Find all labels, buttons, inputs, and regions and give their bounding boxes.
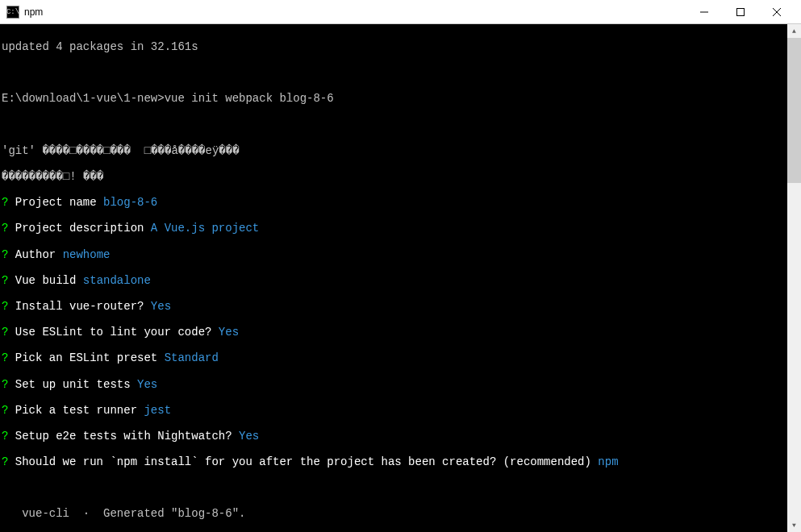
prompt-q11: ? Should we run `npm install` for you af… <box>2 455 786 468</box>
scroll-thumb[interactable] <box>787 38 801 183</box>
scroll-track[interactable] <box>787 38 801 518</box>
output-line: updated 4 packages in 32.161s <box>2 40 786 53</box>
cmd-icon: C:\ <box>6 6 19 19</box>
prompt-line: E:\download\1-vue\1-new>vue init webpack… <box>2 92 786 105</box>
prompt-q10: ? Setup e2e tests with Nightwatch? Yes <box>2 430 786 443</box>
maximize-button[interactable] <box>722 0 758 24</box>
prompt-q5: ? Install vue-router? Yes <box>2 300 786 313</box>
close-button[interactable] <box>758 0 795 24</box>
prompt-q6: ? Use ESLint to lint your code? Yes <box>2 326 786 339</box>
title-bar: C:\ npm <box>0 0 801 24</box>
scrollbar[interactable]: ▲ ▼ <box>787 24 801 532</box>
blank-line <box>2 118 786 131</box>
terminal[interactable]: updated 4 packages in 32.161s E:\downloa… <box>0 24 801 532</box>
prompt-q8: ? Set up unit tests Yes <box>2 378 786 391</box>
prompt-q1: ? Project name blog-8-6 <box>2 196 786 209</box>
prompt-q7: ? Pick an ESLint preset Standard <box>2 351 786 364</box>
minimize-button[interactable] <box>686 0 722 24</box>
window-title: npm <box>24 6 686 18</box>
prompt-q2: ? Project description A Vue.js project <box>2 222 786 235</box>
git-error-line: ���������□! ��� <box>2 170 786 183</box>
prompt-q4: ? Vue build standalone <box>2 274 786 287</box>
prompt-q3: ? Author newhome <box>2 248 786 261</box>
scroll-down-arrow[interactable]: ▼ <box>787 518 801 532</box>
blank-line <box>2 481 786 494</box>
window-controls <box>686 0 795 24</box>
svg-rect-1 <box>736 8 744 15</box>
prompt-q9: ? Pick a test runner jest <box>2 404 786 417</box>
generated-line: vue-cli · Generated "blog-8-6". <box>2 507 786 520</box>
scroll-up-arrow[interactable]: ▲ <box>787 24 801 38</box>
git-error-line: 'git' ����□����□��� □���å����eÿ��� <box>2 144 786 157</box>
terminal-content: updated 4 packages in 32.161s E:\downloa… <box>0 24 787 532</box>
blank-line <box>2 66 786 79</box>
